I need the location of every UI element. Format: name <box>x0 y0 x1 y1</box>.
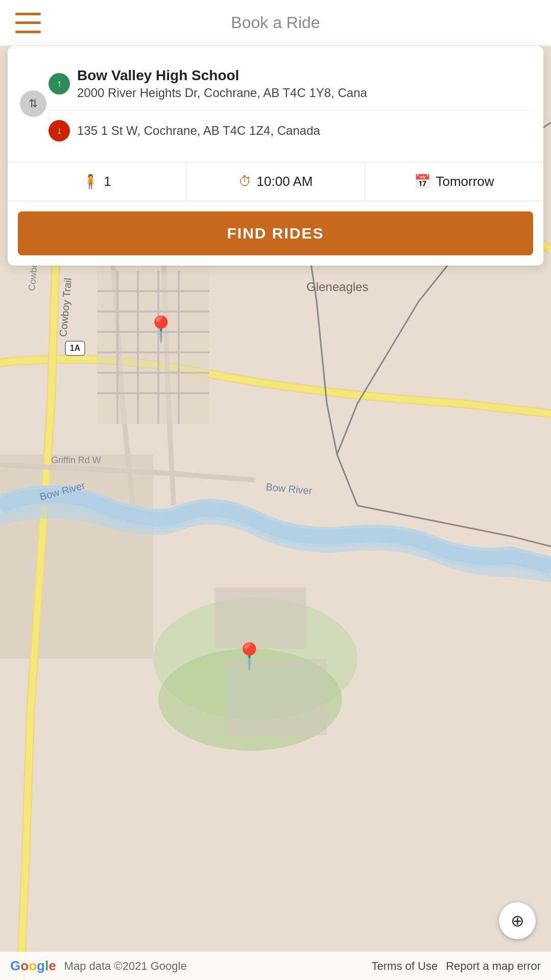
location-row: ⇅ ↑ Bow Valley High School 2000 River He… <box>8 46 543 162</box>
destination-text[interactable]: 135 1 St W, Cochrane, AB T4C 1Z4, Canada <box>77 123 320 138</box>
destination-icon: ↓ <box>49 120 70 141</box>
svg-rect-3 <box>97 271 209 424</box>
svg-rect-15 <box>214 587 306 649</box>
date-value: Tomorrow <box>436 174 494 189</box>
origin-address: 2000 River Heights Dr, Cochrane, AB T4C … <box>77 85 367 101</box>
time-control[interactable]: ⏱ 10:00 AM <box>186 162 365 201</box>
swap-circle-icon[interactable]: ⇅ <box>20 90 46 117</box>
svg-text:Gleneagles: Gleneagles <box>306 280 368 294</box>
header: Book a Ride <box>0 0 551 46</box>
report-map-error-link[interactable]: Report a map error <box>446 960 541 973</box>
map-data-text: Map data ©2021 Google <box>64 960 364 973</box>
swap-button[interactable]: ⇅ <box>18 90 49 117</box>
person-icon: 🧍 <box>82 174 99 189</box>
find-rides-button[interactable]: FIND RIDES <box>18 211 533 255</box>
page-title: Book a Ride <box>41 13 510 32</box>
calendar-icon: 📅 <box>414 174 430 189</box>
time-value: 10:00 AM <box>257 174 313 189</box>
svg-text:Griffin Rd W: Griffin Rd W <box>51 455 101 465</box>
controls-row: 🧍 1 ⏱ 10:00 AM 📅 Tomorrow <box>8 162 543 201</box>
destination-marker: 📍 <box>145 317 177 342</box>
origin-marker: 📍 <box>233 643 265 669</box>
search-card: ⇅ ↑ Bow Valley High School 2000 River He… <box>8 46 543 266</box>
origin-text[interactable]: Bow Valley High School 2000 River Height… <box>77 66 367 101</box>
origin-name: Bow Valley High School <box>77 66 367 85</box>
locations-container: ↑ Bow Valley High School 2000 River Heig… <box>49 57 533 151</box>
svg-text:1A: 1A <box>70 344 81 352</box>
clock-icon: ⏱ <box>238 174 252 189</box>
origin-row[interactable]: ↑ Bow Valley High School 2000 River Heig… <box>49 57 533 111</box>
map-attribution: Google Map data ©2021 Google Terms of Us… <box>0 952 551 980</box>
passengers-value: 1 <box>104 174 111 189</box>
date-control[interactable]: 📅 Tomorrow <box>365 162 543 201</box>
origin-icon: ↑ <box>49 73 70 94</box>
google-logo: Google <box>10 958 56 974</box>
menu-button[interactable] <box>15 13 41 33</box>
destination-row[interactable]: ↓ 135 1 St W, Cochrane, AB T4C 1Z4, Cana… <box>49 111 533 151</box>
terms-of-use-link[interactable]: Terms of Use <box>372 960 438 973</box>
passengers-control[interactable]: 🧍 1 <box>8 162 186 201</box>
destination-address: 135 1 St W, Cochrane, AB T4C 1Z4, Canada <box>77 123 320 138</box>
locate-button[interactable]: ⊕ <box>499 902 536 939</box>
